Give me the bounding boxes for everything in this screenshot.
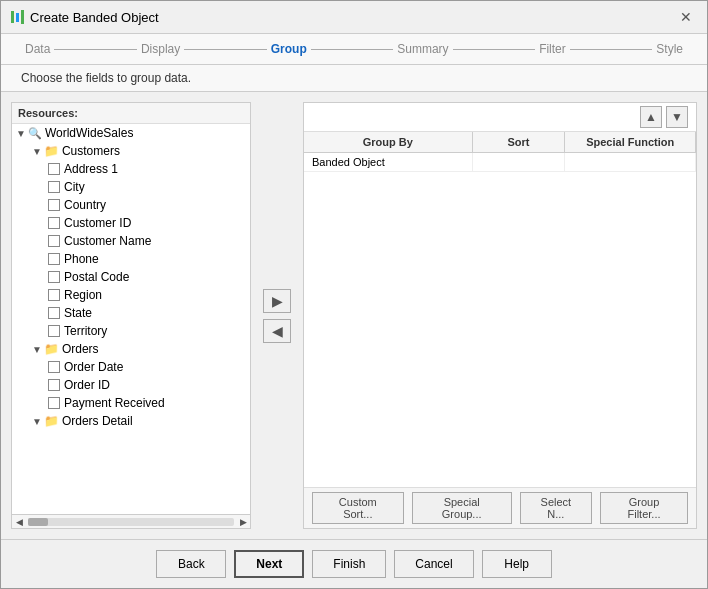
field-checkbox-orderid[interactable] [48, 379, 60, 391]
close-button[interactable]: ✕ [675, 7, 697, 27]
next-button[interactable]: Next [234, 550, 304, 578]
scroll-right-arrow[interactable]: ▶ [236, 515, 250, 529]
add-field-button[interactable]: ▶ [263, 289, 291, 313]
field-checkbox-city[interactable] [48, 181, 60, 193]
step-line-2 [184, 49, 267, 50]
group-filter-button[interactable]: Group Filter... [600, 492, 688, 524]
field-checkbox-customername[interactable] [48, 235, 60, 247]
field-label-territory: Territory [64, 324, 107, 338]
step-line-3 [311, 49, 394, 50]
title-bar: Create Banded Object ✕ [1, 1, 707, 34]
tree-field-region[interactable]: Region [12, 286, 250, 304]
scroll-left-arrow[interactable]: ◀ [12, 515, 26, 529]
scroll-track[interactable] [28, 518, 234, 526]
finish-button[interactable]: Finish [312, 550, 386, 578]
customers-folder-icon: 📁 [44, 144, 59, 158]
tree-scroll-container: ▼ 🔍 WorldWideSales ▼ 📁 Customers Address… [12, 124, 250, 430]
field-checkbox-territory[interactable] [48, 325, 60, 337]
tree-field-orderid[interactable]: Order ID [12, 376, 250, 394]
orders-folder-icon: 📁 [44, 342, 59, 356]
cell-group-by: Banded Object [304, 153, 473, 171]
step-display[interactable]: Display [137, 42, 184, 56]
field-checkbox-state[interactable] [48, 307, 60, 319]
customers-arrow[interactable]: ▼ [32, 146, 42, 157]
cancel-button[interactable]: Cancel [394, 550, 473, 578]
help-button[interactable]: Help [482, 550, 552, 578]
subtitle-text: Choose the fields to group data. [21, 71, 191, 85]
field-checkbox-customerid[interactable] [48, 217, 60, 229]
tree-scrollbar[interactable]: ◀ ▶ [12, 514, 250, 528]
tree-field-territory[interactable]: Territory [12, 322, 250, 340]
field-label-customerid: Customer ID [64, 216, 131, 230]
field-label-paymentreceived: Payment Received [64, 396, 165, 410]
right-top-area: ▲ ▼ [304, 103, 696, 132]
move-down-button[interactable]: ▼ [666, 106, 688, 128]
tree-field-phone[interactable]: Phone [12, 250, 250, 268]
dialog-title: Create Banded Object [30, 10, 159, 25]
icon-bar-1 [11, 11, 14, 23]
create-banded-object-dialog: Create Banded Object ✕ Data Display Grou… [0, 0, 708, 589]
special-group-button[interactable]: Special Group... [412, 492, 512, 524]
tree-field-country[interactable]: Country [12, 196, 250, 214]
middle-buttons: ▶ ◀ [259, 102, 295, 529]
field-label-city: City [64, 180, 85, 194]
step-summary[interactable]: Summary [393, 42, 452, 56]
custom-sort-button[interactable]: Custom Sort... [312, 492, 404, 524]
field-checkbox-region[interactable] [48, 289, 60, 301]
tree-field-address1[interactable]: Address 1 [12, 160, 250, 178]
tree-field-city[interactable]: City [12, 178, 250, 196]
table-row[interactable]: Banded Object [304, 153, 696, 172]
remove-field-button[interactable]: ◀ [263, 319, 291, 343]
cell-special [565, 153, 696, 171]
step-style[interactable]: Style [652, 42, 687, 56]
field-checkbox-postalcode[interactable] [48, 271, 60, 283]
title-bar-left: Create Banded Object [11, 10, 159, 25]
field-label-region: Region [64, 288, 102, 302]
field-label-orderid: Order ID [64, 378, 110, 392]
table-header-row: Group By Sort Special Function [304, 132, 696, 153]
tree-field-orderdate[interactable]: Order Date [12, 358, 250, 376]
tree-root-label: WorldWideSales [45, 126, 133, 140]
content-area: Resources: ▼ 🔍 WorldWideSales ▼ 📁 Custom… [1, 92, 707, 539]
ordersdetail-folder-icon: 📁 [44, 414, 59, 428]
field-label-customername: Customer Name [64, 234, 151, 248]
step-line-5 [570, 49, 653, 50]
step-group[interactable]: Group [267, 42, 311, 56]
search-icon: 🔍 [28, 127, 42, 140]
tree-group-ordersdetail[interactable]: ▼ 📁 Orders Detail [12, 412, 250, 430]
wizard-steps-inner: Data Display Group Summary Filter Style [21, 42, 687, 56]
app-icon [11, 10, 24, 24]
field-checkbox-address1[interactable] [48, 163, 60, 175]
tree-field-postalcode[interactable]: Postal Code [12, 268, 250, 286]
field-checkbox-country[interactable] [48, 199, 60, 211]
ordersdetail-arrow[interactable]: ▼ [32, 416, 42, 427]
select-n-button[interactable]: Select N... [520, 492, 592, 524]
root-arrow[interactable]: ▼ [16, 128, 26, 139]
step-line-1 [54, 49, 137, 50]
tree-field-state[interactable]: State [12, 304, 250, 322]
tree-field-customername[interactable]: Customer Name [12, 232, 250, 250]
step-data[interactable]: Data [21, 42, 54, 56]
table-body: Banded Object [304, 153, 696, 487]
field-label-country: Country [64, 198, 106, 212]
orders-arrow[interactable]: ▼ [32, 344, 42, 355]
tree-field-customerid[interactable]: Customer ID [12, 214, 250, 232]
col-header-group-by: Group By [304, 132, 473, 152]
footer: Back Next Finish Cancel Help [1, 539, 707, 588]
field-checkbox-orderdate[interactable] [48, 361, 60, 373]
subtitle: Choose the fields to group data. [1, 65, 707, 92]
move-up-button[interactable]: ▲ [640, 106, 662, 128]
tree-field-paymentreceived[interactable]: Payment Received [12, 394, 250, 412]
left-panel: Resources: ▼ 🔍 WorldWideSales ▼ 📁 Custom… [11, 102, 251, 529]
tree-group-orders[interactable]: ▼ 📁 Orders [12, 340, 250, 358]
ordersdetail-label: Orders Detail [62, 414, 133, 428]
back-button[interactable]: Back [156, 550, 226, 578]
field-checkbox-paymentreceived[interactable] [48, 397, 60, 409]
right-panel: ▲ ▼ Group By Sort Special Function Bande… [303, 102, 697, 529]
tree-area[interactable]: ▼ 🔍 WorldWideSales ▼ 📁 Customers Address… [12, 124, 250, 514]
tree-root[interactable]: ▼ 🔍 WorldWideSales [12, 124, 250, 142]
col-header-special: Special Function [565, 132, 696, 152]
tree-group-customers[interactable]: ▼ 📁 Customers [12, 142, 250, 160]
step-filter[interactable]: Filter [535, 42, 570, 56]
field-checkbox-phone[interactable] [48, 253, 60, 265]
